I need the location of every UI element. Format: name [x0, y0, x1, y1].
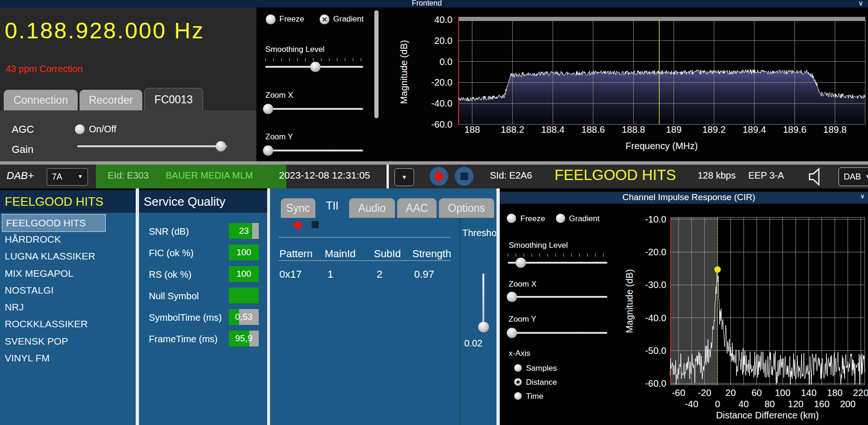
tab-aac[interactable]: AAC [397, 198, 437, 218]
svg-text:120: 120 [788, 399, 803, 409]
service-list-item[interactable]: NRJ [5, 299, 24, 316]
stop-button[interactable] [455, 167, 474, 186]
cir-collapse-chevron-icon[interactable]: ∨ [860, 192, 865, 200]
service-list-item[interactable]: ROCKKLASSIKER [5, 316, 88, 332]
spectrum-zoom-y-handle[interactable] [263, 145, 273, 156]
tab-sync[interactable]: Sync [281, 198, 315, 218]
svg-text:140: 140 [801, 388, 817, 398]
tab-connection[interactable]: Connection [4, 90, 78, 110]
spectrum-zoom-x-label: Zoom X [265, 91, 293, 100]
svg-text:189.4: 189.4 [743, 124, 766, 135]
service-list-item[interactable]: VINYL FM [5, 350, 50, 367]
channel-select[interactable]: 7A ▼ [47, 168, 88, 186]
spectrum-smoothing-slider[interactable] [265, 62, 363, 72]
mode-label: DAB+ [7, 170, 34, 182]
service-list-item[interactable]: NOSTALGI [5, 282, 54, 299]
frontend-title: Frontend [412, 0, 442, 7]
gain-label: Gain [12, 144, 33, 156]
panel-splitter[interactable] [496, 188, 500, 425]
spectrum-panel-scrollbar[interactable] [374, 10, 379, 118]
spectrum-zoom-x-handle[interactable] [263, 104, 273, 114]
gain-slider-handle[interactable] [216, 141, 226, 151]
quality-row-label: FrameTime (ms) [149, 334, 218, 345]
tab-audio[interactable]: Audio [349, 198, 395, 218]
service-dropdown-arrow-icon: ▼ [401, 174, 407, 180]
channel-select-arrow-icon: ▼ [78, 173, 83, 179]
spectrum-gradient-checkbox[interactable]: ✕ [320, 14, 329, 24]
tii-stop-indicator-icon[interactable] [312, 221, 319, 228]
cir-title: Channel Impulse Response (CIR) [622, 192, 755, 202]
svg-text:Magnitude (dB): Magnitude (dB) [624, 269, 635, 333]
tab-fc0013[interactable]: FC0013 [144, 88, 203, 111]
panel-splitter[interactable] [136, 188, 139, 425]
horizontal-splitter[interactable] [0, 161, 868, 165]
ppm-correction: 43 ppm Correction [6, 64, 83, 74]
protection-level: EEP 3-A [748, 170, 784, 181]
svg-text:-20.0: -20.0 [431, 77, 452, 87]
svg-text:-40.0: -40.0 [431, 98, 452, 108]
spectrum-zoom-y-slider[interactable] [265, 145, 363, 156]
quality-row-label: SymbolTime (ms) [149, 312, 222, 323]
frontend-collapse-chevron-icon[interactable]: ∨ [858, 0, 863, 7]
spectrum-smoothing-handle[interactable] [310, 62, 321, 72]
svg-text:188: 188 [464, 124, 480, 135]
record-button[interactable] [430, 167, 448, 186]
quality-bar-null-symbol [229, 288, 259, 303]
tii-cell: 0x17 [279, 268, 302, 281]
spectrum-zoom-y-track [265, 150, 363, 151]
service-id: SId: E2A6 [490, 170, 532, 181]
svg-text:-40.0: -40.0 [645, 313, 666, 323]
service-list-item[interactable]: HÅRDROCK [5, 231, 61, 248]
service-list-header-text: FEELGOOD HITS [5, 194, 103, 209]
quality-bar-fic: 100 [229, 245, 259, 260]
svg-text:200: 200 [840, 399, 855, 409]
svg-text:-60.0: -60.0 [431, 119, 452, 130]
service-dropdown-button[interactable]: ▼ [394, 168, 414, 186]
threshold-slider-handle[interactable] [478, 322, 489, 332]
quality-bar-snr: 23 [229, 223, 259, 239]
svg-text:188.6: 188.6 [582, 124, 605, 135]
svg-text:-20.0: -20.0 [645, 247, 666, 257]
threshold-slider[interactable] [473, 271, 495, 334]
spectrum-freeze-radio[interactable] [266, 14, 276, 24]
quality-bar-value: 95,9 [229, 331, 259, 346]
tab-options[interactable]: Options [439, 198, 494, 218]
svg-text:189.2: 189.2 [702, 124, 726, 135]
device-select[interactable]: DAB ▼ [839, 167, 868, 186]
tab-tii[interactable]: TII [318, 194, 347, 218]
detail-tabs-panel [270, 188, 496, 425]
svg-text:220: 220 [853, 388, 868, 398]
spectrum-zoom-x-slider[interactable] [265, 104, 363, 114]
svg-text:60: 60 [751, 388, 762, 398]
speaker-icon[interactable] [808, 167, 824, 186]
quality-bar-value: 100 [229, 245, 259, 260]
svg-text:-60.0: -60.0 [645, 378, 666, 389]
threshold-value: 0.02 [464, 338, 482, 349]
tii-col-header: Strength [412, 248, 451, 260]
quality-bar-rs: 100 [229, 266, 259, 282]
agc-radio[interactable] [75, 124, 85, 134]
record-dot-icon [434, 172, 444, 181]
device-select-value: DAB [839, 172, 861, 182]
quality-bar-frametime: 95,9 [229, 331, 259, 346]
quality-row-label: SNR (dB) [149, 226, 189, 237]
agc-label: AGC [12, 123, 34, 136]
tab-recorder[interactable]: Recorder [80, 90, 142, 110]
cir-chart[interactable]: -10.0-20.0-30.0-40.0-50.0-60.0-60-202060… [500, 204, 868, 425]
svg-text:-50.0: -50.0 [645, 346, 666, 356]
service-list-item[interactable]: LUGNA KLASSIKER [5, 248, 95, 265]
threshold-label: Threshold [462, 228, 496, 238]
service-list-item[interactable]: SVENSK POP [5, 333, 68, 350]
service-list-item[interactable]: MIX MEGAPOL [5, 265, 73, 282]
service-list-item-selected[interactable]: FEELGOOD HITS [2, 214, 106, 232]
frontend-spectrum-chart[interactable]: 40.020.00.0-20.0-40.0-60.0188188.2188.41… [379, 7, 868, 162]
quality-bar-value [229, 288, 259, 303]
threshold-slider-track [482, 274, 484, 326]
service-list-header: FEELGOOD HITS [0, 190, 136, 213]
gradient-check-x-icon: ✕ [320, 14, 329, 24]
ensemble-id: EId: E303 [108, 170, 149, 181]
application-window: Frontend ∨ 0.188.928.000 Hz 43 ppm Corre… [0, 0, 868, 425]
spectrum-freeze-label: Freeze [279, 14, 304, 24]
tii-record-indicator-icon[interactable] [294, 221, 302, 229]
gain-slider[interactable] [77, 141, 227, 151]
